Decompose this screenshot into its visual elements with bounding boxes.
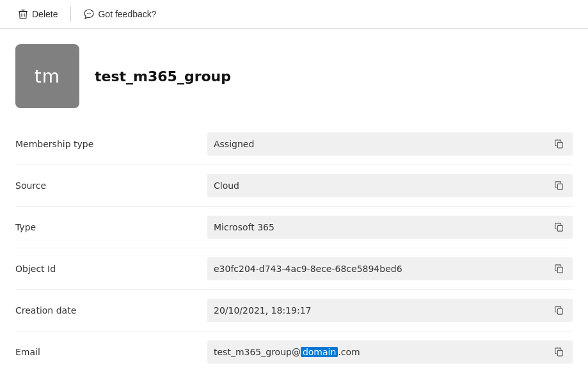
field-value-text: test_m365_group@domain.com — [214, 347, 552, 357]
field-label: Email — [15, 347, 207, 357]
copy-button[interactable] — [552, 179, 566, 193]
field-value-box: Cloud — [207, 174, 573, 197]
delete-button[interactable]: Delete — [10, 5, 65, 23]
delete-icon — [18, 9, 28, 19]
field-value-box: Assigned — [207, 132, 573, 156]
svg-rect-11 — [557, 308, 562, 314]
field-value-wrapper: Assigned — [207, 132, 573, 156]
feedback-label: Got feedback? — [98, 9, 156, 19]
svg-point-6 — [90, 13, 91, 14]
copy-icon — [555, 306, 564, 315]
svg-rect-7 — [557, 142, 562, 148]
field-value-text: Assigned — [214, 139, 552, 149]
copy-button[interactable] — [552, 220, 566, 234]
svg-rect-1 — [22, 10, 25, 11]
profile-section: tm test_m365_group — [0, 29, 588, 118]
copy-icon — [555, 140, 564, 148]
copy-icon — [555, 348, 564, 356]
field-label: Creation date — [15, 305, 207, 316]
field-row: TypeMicrosoft 365 — [15, 207, 573, 248]
field-value-text: Cloud — [214, 180, 552, 191]
svg-rect-12 — [557, 350, 562, 356]
field-value-text: 20/10/2021, 18:19:17 — [214, 305, 552, 316]
copy-button[interactable] — [552, 345, 566, 359]
email-domain-highlight: domain — [301, 347, 338, 357]
copy-button[interactable] — [552, 262, 566, 276]
field-value-box: test_m365_group@domain.com — [207, 340, 573, 364]
avatar-initials: tm — [35, 66, 60, 87]
feedback-icon — [84, 9, 94, 19]
field-row: Membership typeAssigned — [15, 124, 573, 165]
copy-icon — [555, 223, 564, 232]
fields-section: Membership typeAssigned SourceCloud Type… — [0, 118, 588, 368]
email-suffix: .com — [338, 347, 360, 357]
svg-rect-10 — [557, 267, 562, 273]
svg-rect-8 — [557, 184, 562, 189]
copy-button[interactable] — [552, 303, 566, 317]
group-name: test_m365_group — [95, 68, 231, 84]
feedback-button[interactable]: Got feedback? — [76, 5, 164, 23]
field-value-box: e30fc204-d743-4ac9-8ece-68ce5894bed6 — [207, 257, 573, 280]
field-label: Object Id — [15, 264, 207, 274]
email-prefix: test_m365_group@ — [214, 347, 301, 357]
svg-point-4 — [87, 13, 88, 14]
field-value-wrapper: e30fc204-d743-4ac9-8ece-68ce5894bed6 — [207, 257, 573, 280]
toolbar: Delete Got feedback? — [0, 0, 588, 29]
svg-rect-9 — [557, 225, 562, 231]
field-value-box: 20/10/2021, 18:19:17 — [207, 299, 573, 322]
field-row: SourceCloud — [15, 165, 573, 207]
field-value-box: Microsoft 365 — [207, 216, 573, 239]
field-value-text: e30fc204-d743-4ac9-8ece-68ce5894bed6 — [214, 264, 552, 274]
copy-icon — [555, 264, 564, 273]
field-value-text: Microsoft 365 — [214, 222, 552, 232]
field-value-wrapper: Cloud — [207, 174, 573, 197]
copy-button[interactable] — [552, 137, 566, 151]
toolbar-divider — [70, 6, 71, 22]
delete-label: Delete — [32, 9, 58, 19]
field-label: Membership type — [15, 139, 207, 149]
field-value-wrapper: test_m365_group@domain.com — [207, 340, 573, 364]
field-label: Type — [15, 222, 207, 232]
field-row: Object Ide30fc204-d743-4ac9-8ece-68ce589… — [15, 248, 573, 290]
field-label: Source — [15, 180, 207, 191]
field-row: Emailtest_m365_group@domain.com — [15, 332, 573, 368]
field-row: Creation date20/10/2021, 18:19:17 — [15, 290, 573, 332]
avatar: tm — [15, 44, 79, 108]
field-value-wrapper: Microsoft 365 — [207, 216, 573, 239]
copy-icon — [555, 181, 564, 190]
field-value-wrapper: 20/10/2021, 18:19:17 — [207, 299, 573, 322]
svg-point-5 — [89, 13, 90, 14]
